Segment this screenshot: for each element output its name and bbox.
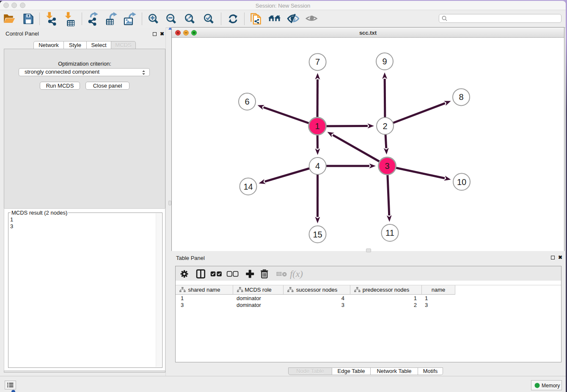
svg-text:f(x): f(x) (290, 268, 303, 279)
svg-text:15: 15 (313, 230, 322, 239)
svg-text:4: 4 (315, 161, 320, 171)
svg-text:2: 2 (383, 121, 387, 131)
svg-text:14: 14 (243, 182, 253, 191)
svg-text:10: 10 (457, 177, 466, 187)
svg-text:1: 1 (315, 121, 319, 131)
svg-text:11: 11 (385, 228, 394, 237)
svg-text:8: 8 (459, 92, 463, 102)
svg-text:7: 7 (315, 57, 320, 66)
svg-text:3: 3 (385, 161, 389, 171)
svg-text:6: 6 (245, 97, 249, 106)
svg-text:9: 9 (382, 57, 387, 66)
